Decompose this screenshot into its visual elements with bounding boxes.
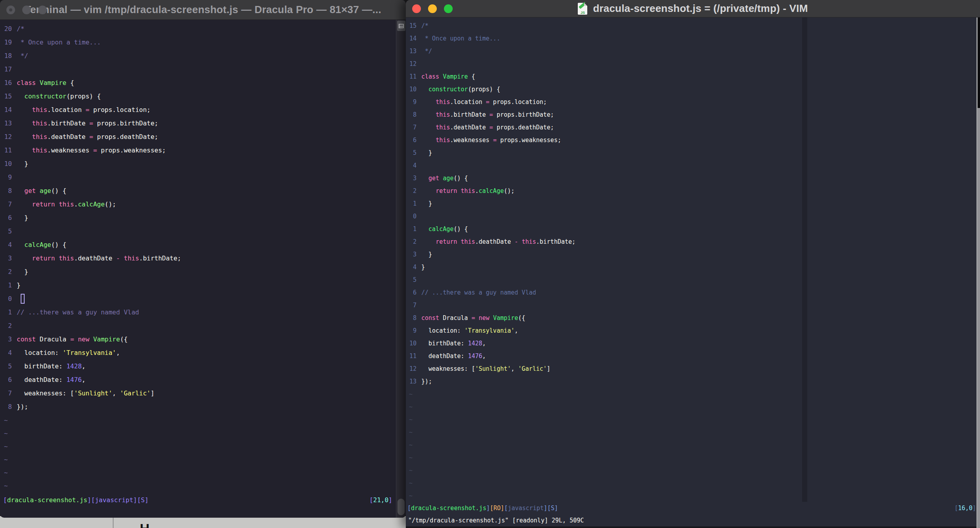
vim-cursor: [21, 294, 25, 304]
code-token: constructor: [428, 86, 468, 93]
code-row[interactable]: 8const Dracula = new Vampire({: [409, 312, 980, 324]
code-row[interactable]: 11 deathDate: 1476,: [409, 350, 980, 362]
code-row[interactable]: 2: [4, 319, 406, 333]
code-token: [17, 187, 24, 195]
code-area[interactable]: 20/*19 * Once upon a time...18 */1716cla…: [0, 20, 406, 492]
statusline-segment: ][S]: [544, 505, 558, 512]
code-token: [55, 254, 59, 262]
code-row[interactable]: 7: [409, 299, 980, 312]
code-row[interactable]: 3const Dracula = new Vampire({: [4, 333, 406, 346]
code-row[interactable]: 5 }: [409, 146, 980, 159]
code-row[interactable]: 6// ...there was a guy named Vlad: [409, 286, 980, 299]
split-pane-icon: [399, 24, 404, 28]
zoom-button[interactable]: [38, 6, 47, 14]
code-row[interactable]: 13 this.birthDate = props.birthDate;: [4, 117, 406, 130]
code-token: Dracula: [439, 314, 471, 322]
code-token: this: [436, 137, 450, 144]
code-token: [421, 137, 436, 144]
code-row[interactable]: 4: [409, 159, 980, 172]
zoom-button[interactable]: [444, 4, 453, 13]
code-token: ]: [547, 365, 550, 372]
code-row[interactable]: 8 get age() {: [4, 184, 406, 198]
code-row[interactable]: 10 }: [4, 157, 406, 171]
code-row[interactable]: 6 this.weaknesses = props.weaknesses;: [409, 134, 980, 146]
minimize-button[interactable]: [22, 6, 31, 14]
code-row[interactable]: 18 */: [4, 49, 406, 63]
close-button[interactable]: [412, 4, 421, 13]
code-row[interactable]: 16class Vampire {: [4, 76, 406, 90]
code-row[interactable]: 14 * Once upon a time...: [409, 32, 980, 45]
code-row[interactable]: 8});: [4, 400, 406, 414]
code-row[interactable]: 0: [409, 210, 980, 223]
line-number: 8: [4, 400, 12, 414]
minimize-button[interactable]: [428, 4, 437, 13]
code-row[interactable]: 15 constructor(props) {: [4, 90, 406, 103]
code-row[interactable]: 10 birthDate: 1428,: [409, 337, 980, 350]
code-token: .: [475, 187, 478, 195]
window-title: dracula-screenshot.js = (/private/tmp) -…: [593, 2, 808, 15]
code-row[interactable]: 2 return this.deathDate - this.birthDate…: [409, 235, 980, 248]
code-row[interactable]: 2 }: [4, 265, 406, 279]
code-token: ]: [150, 389, 154, 397]
code-row[interactable]: 12 this.deathDate = props.deathDate;: [4, 130, 406, 144]
code-row[interactable]: 13 */: [409, 45, 980, 58]
code-row[interactable]: 1 calcAge() {: [409, 223, 980, 235]
code-row[interactable]: 3 return this.deathDate - this.birthDate…: [4, 252, 406, 265]
code-row[interactable]: 3 get age() {: [409, 172, 980, 185]
split-pane-button[interactable]: [397, 21, 405, 31]
code-token: props.location;: [89, 106, 150, 114]
page-fold-icon: [584, 3, 587, 6]
vim-titlebar[interactable]: JS dracula-screenshot.js = (/private/tmp…: [406, 0, 980, 17]
code-row[interactable]: 7 weaknesses: ['Sunlight', 'Garlic']: [4, 387, 406, 400]
code-row[interactable]: 12: [409, 58, 980, 70]
tilde-row: ~: [409, 401, 980, 413]
line-number: 14: [409, 32, 417, 45]
code-row[interactable]: 6 }: [4, 211, 406, 225]
terminal-titlebar[interactable]: Terminal — vim /tmp/dracula-screenshot.j…: [0, 0, 406, 20]
scrollbar-track[interactable]: [396, 20, 406, 518]
code-row[interactable]: 1}: [4, 279, 406, 292]
code-row[interactable]: 3 }: [409, 248, 980, 261]
code-row[interactable]: 12 weaknesses: ['Sunlight', 'Garlic']: [409, 362, 980, 375]
scrollbar-thumb[interactable]: [397, 499, 405, 515]
code-row[interactable]: 17: [4, 63, 406, 76]
code-row[interactable]: 14 this.location = props.location;: [4, 103, 406, 117]
code-row[interactable]: 0: [4, 292, 406, 306]
code-row[interactable]: 11class Vampire {: [409, 70, 980, 83]
code-row[interactable]: 5 birthDate: 1428,: [4, 360, 406, 373]
code-row[interactable]: 4 calcAge() {: [4, 238, 406, 252]
code-row[interactable]: 9 location: 'Transylvania',: [409, 324, 980, 337]
code-row[interactable]: 10 constructor(props) {: [409, 83, 980, 96]
code-row[interactable]: 8 this.birthDate = props.birthDate;: [409, 108, 980, 121]
code-row[interactable]: 1 }: [409, 197, 980, 210]
code-row[interactable]: 20/*: [4, 22, 406, 36]
code-token: constructor: [24, 92, 66, 100]
code-row[interactable]: 5: [409, 274, 980, 286]
code-row[interactable]: 7 return this.calcAge();: [4, 198, 406, 211]
code-row[interactable]: 1// ...there was a guy named Vlad: [4, 306, 406, 319]
statusline-segment: [: [407, 505, 411, 512]
close-button[interactable]: [6, 6, 15, 14]
statusline-segment: [: [504, 505, 508, 512]
code-token: calcAge: [428, 225, 453, 233]
code-token: .location: [47, 106, 85, 114]
code-row[interactable]: 4 location: 'Transylvania',: [4, 346, 406, 360]
code-row[interactable]: 11 this.weaknesses = props.weaknesses;: [4, 144, 406, 157]
window-edge-scrollbar[interactable]: [976, 17, 978, 528]
code-row[interactable]: 15/*: [409, 19, 980, 32]
code-row[interactable]: 2 return this.calcAge();: [409, 185, 980, 197]
code-token: this: [32, 106, 48, 114]
code-token: {: [66, 79, 74, 87]
code-row[interactable]: 9: [4, 171, 406, 184]
code-area[interactable]: 15/*14 * Once upon a time...13 */1211cla…: [406, 17, 980, 502]
code-row[interactable]: 7 this.deathDate = props.deathDate;: [409, 121, 980, 134]
code-row[interactable]: 6 deathDate: 1476,: [4, 373, 406, 387]
line-number: 3: [409, 172, 417, 185]
code-row[interactable]: 5: [4, 225, 406, 238]
line-number: 7: [4, 198, 12, 211]
code-row[interactable]: 19 * Once upon a time...: [4, 36, 406, 49]
code-token: 'Transylvania': [464, 327, 514, 334]
code-row[interactable]: 9 this.location = props.location;: [409, 96, 980, 108]
code-row[interactable]: 4}: [409, 261, 980, 274]
code-row[interactable]: 13});: [409, 375, 980, 388]
